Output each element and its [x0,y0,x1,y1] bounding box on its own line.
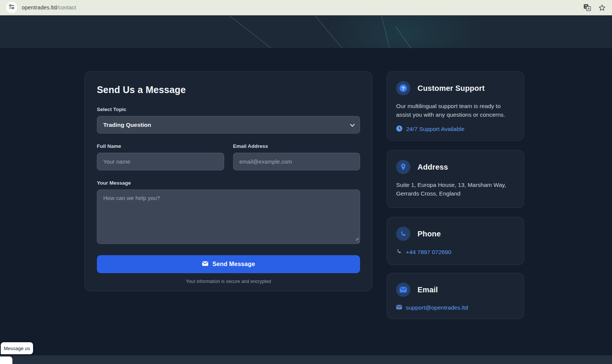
support-availability-label: 24/7 Support Available [406,126,464,132]
hero-glow-decoration [327,16,484,48]
chat-bubble-label: Message us [4,346,30,351]
site-settings-button[interactable] [6,2,17,13]
phone-small-icon [396,248,402,256]
address-card-title: Address [418,163,448,171]
phone-number-label: +44 7897 072690 [406,249,451,256]
url-domain: opentrades.ltd [22,5,57,11]
full-name-field-group: Full Name [97,143,224,170]
topic-label: Select Topic [97,107,360,112]
phone-card-title: Phone [418,230,441,238]
topic-select-wrap: Trading Question [97,116,360,134]
hero-banner [0,16,612,48]
svg-text:A: A [587,7,589,11]
browser-address-bar: opentrades.ltd/contact A [0,0,612,15]
full-name-label: Full Name [97,143,224,149]
support-card-title: Customer Support [418,84,485,93]
url-path: /contact [57,5,76,11]
send-message-button[interactable]: Send Message [97,255,360,273]
full-name-input[interactable] [97,153,224,170]
chat-launcher-button[interactable] [0,356,12,364]
secure-note: Your information is secure and encrypted [97,279,360,284]
svg-text:?: ? [402,86,405,91]
chat-message-us-bubble[interactable]: Message us [1,342,33,354]
email-card-title: Email [418,286,438,294]
contact-page: opentrades.ltd/contact A [0,0,612,364]
envelope-small-icon [396,304,402,311]
phone-icon [396,227,410,241]
topic-select[interactable]: Trading Question [97,116,360,134]
envelope-icon [202,261,208,268]
email-card: Email support@opentrades.ltd [387,273,524,319]
footer-band [0,355,612,364]
email-label: Email Address [233,143,360,149]
message-textarea[interactable] [97,190,360,244]
message-label: Your Message [97,180,360,186]
toolbar-actions: A [583,3,606,12]
url-display[interactable]: opentrades.ltd/contact [22,5,76,11]
address-card: Address Suite 1, Europa House, 13, Marsh… [387,150,524,208]
customer-support-card: ? Customer Support Our multilingual supp… [387,71,524,141]
envelope-icon [396,283,410,297]
phone-number-link[interactable]: +44 7897 072690 [396,248,515,256]
send-message-label: Send Message [213,261,255,268]
email-field-group: Email Address [233,143,360,170]
email-address-link[interactable]: support@opentrades.ltd [396,304,515,311]
email-address-label: support@opentrades.ltd [406,304,468,311]
tune-icon [9,4,15,11]
contact-form-card: Send Us a Message Select Topic Trading Q… [84,71,372,291]
support-availability: 24/7 Support Available [396,125,515,133]
message-field-group: Your Message [97,180,360,244]
star-icon[interactable] [598,4,606,12]
form-title: Send Us a Message [97,84,360,95]
question-circle-icon: ? [396,81,410,95]
location-pin-icon [396,160,410,174]
clock-icon [396,125,402,133]
hero-line-decoration [225,16,302,48]
email-input[interactable] [233,153,360,170]
support-card-body: Our multilingual support team is ready t… [396,102,515,119]
phone-card: Phone +44 7897 072690 [387,217,524,265]
name-email-row: Full Name Email Address [97,143,360,170]
address-card-body: Suite 1, Europa House, 13, Marsham Way, … [396,180,515,198]
translate-icon[interactable]: A [583,3,591,12]
